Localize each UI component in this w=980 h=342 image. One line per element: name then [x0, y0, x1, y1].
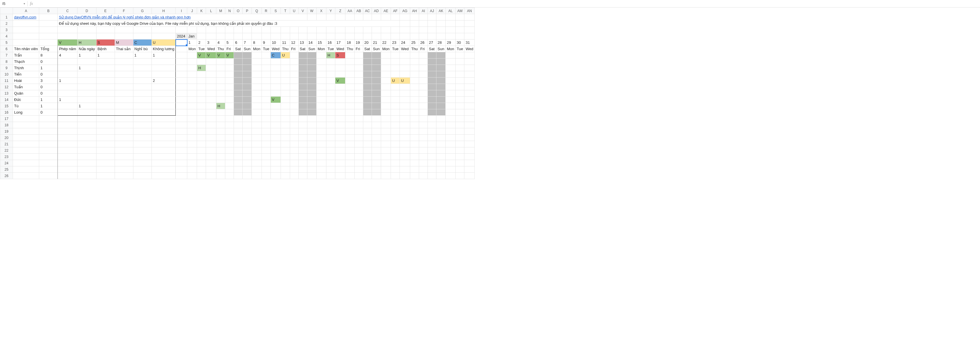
cell-M23[interactable]: [216, 154, 225, 160]
cell-AK4[interactable]: [436, 33, 445, 40]
cell-W11[interactable]: [307, 78, 316, 84]
cell-M9[interactable]: [216, 65, 225, 71]
cell-AG22[interactable]: [400, 147, 410, 154]
cell-AJ6[interactable]: Sat: [428, 46, 436, 52]
cell-U9[interactable]: [290, 65, 298, 71]
cell-AF13[interactable]: [391, 90, 400, 97]
cell-AL5[interactable]: 29: [445, 40, 455, 46]
cell-G15[interactable]: [133, 103, 151, 109]
row-header-19[interactable]: 19: [0, 128, 13, 135]
cell-AL25[interactable]: [445, 166, 455, 173]
cell-N5[interactable]: 5: [225, 40, 234, 46]
cell-AJ11[interactable]: [428, 78, 436, 84]
cell-B11[interactable]: 3: [39, 78, 57, 84]
cell-AJ12[interactable]: [428, 84, 436, 90]
cell-X3[interactable]: [316, 27, 326, 33]
cell-F5[interactable]: M: [115, 40, 133, 46]
name-box[interactable]: [1, 1, 21, 7]
cell-AF9[interactable]: [391, 65, 400, 71]
cell-AB10[interactable]: [354, 71, 363, 78]
col-header-AF[interactable]: AF: [391, 8, 400, 14]
cell-U8[interactable]: [290, 59, 298, 65]
cell-Q4[interactable]: [252, 33, 262, 40]
cell-W6[interactable]: Sun: [307, 46, 316, 52]
cell-B8[interactable]: 0: [39, 59, 57, 65]
cell-D24[interactable]: [78, 160, 96, 166]
row-header-4[interactable]: 4: [0, 33, 13, 40]
cell-AA16[interactable]: [345, 109, 354, 116]
cell-AK11[interactable]: [436, 78, 445, 84]
cell-AM22[interactable]: [455, 147, 465, 154]
cell-P7[interactable]: [243, 52, 252, 59]
cell-AH1[interactable]: [410, 14, 419, 21]
cell-H9[interactable]: [151, 65, 176, 71]
cell-H12[interactable]: [151, 84, 176, 90]
cell-N10[interactable]: [225, 71, 234, 78]
cell-AC22[interactable]: [363, 147, 372, 154]
cell-AH23[interactable]: [410, 154, 419, 160]
cell-AE17[interactable]: [381, 116, 391, 122]
cell-Z13[interactable]: [335, 90, 345, 97]
cell-W1[interactable]: [307, 14, 316, 21]
cell-R11[interactable]: [262, 78, 270, 84]
cell-B1[interactable]: [39, 14, 57, 21]
cell-T9[interactable]: [281, 65, 290, 71]
cell-AM3[interactable]: [455, 27, 465, 33]
cell-A7[interactable]: Trần: [13, 52, 39, 59]
cell-AE10[interactable]: [381, 71, 391, 78]
cell-I10[interactable]: [176, 71, 187, 78]
cell-Y12[interactable]: [326, 84, 335, 90]
row-header-22[interactable]: 22: [0, 147, 13, 154]
cell-M5[interactable]: 4: [216, 40, 225, 46]
cell-AH14[interactable]: [410, 97, 419, 103]
cell-F12[interactable]: [115, 84, 133, 90]
cell-AM4[interactable]: [455, 33, 465, 40]
cell-F23[interactable]: [115, 154, 133, 160]
cell-J16[interactable]: [187, 109, 197, 116]
col-header-L[interactable]: L: [206, 8, 216, 14]
cell-AM15[interactable]: [455, 103, 465, 109]
cell-AA22[interactable]: [345, 147, 354, 154]
cell-G19[interactable]: [133, 128, 151, 135]
cell-AK13[interactable]: [436, 90, 445, 97]
cell-Z3[interactable]: [335, 27, 345, 33]
cell-AE13[interactable]: [381, 90, 391, 97]
cell-S19[interactable]: [270, 128, 281, 135]
cell-U5[interactable]: 12: [290, 40, 298, 46]
cell-F13[interactable]: [115, 90, 133, 97]
cell-X24[interactable]: [316, 160, 326, 166]
cell-Y10[interactable]: [326, 71, 335, 78]
cell-L22[interactable]: [206, 147, 216, 154]
cell-AN3[interactable]: [465, 27, 475, 33]
cell-B7[interactable]: 8: [39, 52, 57, 59]
cell-D14[interactable]: [78, 97, 96, 103]
cell-I20[interactable]: [176, 135, 187, 141]
cell-U16[interactable]: [290, 109, 298, 116]
cell-X21[interactable]: [316, 141, 326, 147]
cell-AH2[interactable]: [410, 21, 419, 27]
cell-G5[interactable]: C: [133, 40, 151, 46]
cell-T12[interactable]: [281, 84, 290, 90]
col-header-AK[interactable]: AK: [436, 8, 445, 14]
cell-U7[interactable]: [290, 52, 298, 59]
cell-A12[interactable]: Tuấn: [13, 84, 39, 90]
cell-W25[interactable]: [307, 166, 316, 173]
cell-U21[interactable]: [290, 141, 298, 147]
cell-T26[interactable]: [281, 173, 290, 179]
cell-K9[interactable]: H: [197, 65, 206, 71]
cell-W21[interactable]: [307, 141, 316, 147]
cell-I26[interactable]: [176, 173, 187, 179]
cell-AG4[interactable]: [400, 33, 410, 40]
cell-Q10[interactable]: [252, 71, 262, 78]
cell-AH21[interactable]: [410, 141, 419, 147]
cell-AE1[interactable]: [381, 14, 391, 21]
cell-H22[interactable]: [151, 147, 176, 154]
cell-Q3[interactable]: [252, 27, 262, 33]
cell-AE8[interactable]: [381, 59, 391, 65]
cell-AC9[interactable]: [363, 65, 372, 71]
cell-AJ2[interactable]: [428, 21, 436, 27]
cell-P24[interactable]: [243, 160, 252, 166]
cell-G26[interactable]: [133, 173, 151, 179]
cell-L16[interactable]: [206, 109, 216, 116]
cell-AM12[interactable]: [455, 84, 465, 90]
